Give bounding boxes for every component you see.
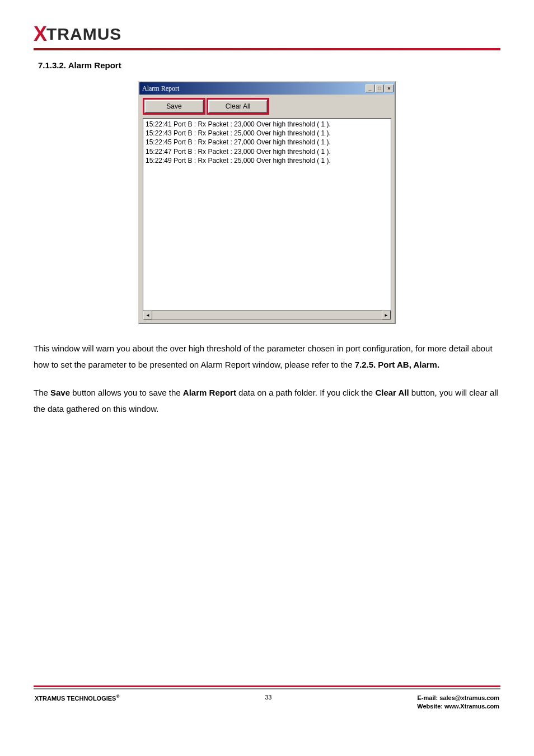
- paragraph-1: This window will warn you about the over…: [34, 341, 500, 373]
- footer-right: E-mail: sales@xtramus.com Website: www.X…: [417, 694, 499, 711]
- log-line: 15:22:49 Port B : Rx Packet : 25,000 Ove…: [146, 156, 388, 165]
- header-divider: [34, 48, 500, 50]
- text-bold: Alarm Report: [183, 388, 236, 397]
- footer-rule-red: [34, 685, 500, 687]
- clear-all-button[interactable]: Clear All: [208, 100, 268, 113]
- logo-text: TRAMUS: [46, 25, 121, 44]
- log-lines: 15:22:41 Port B : Rx Packet : 23,000 Ove…: [143, 119, 391, 310]
- footer-email: E-mail: sales@xtramus.com: [417, 694, 499, 702]
- text-bold: 7.2.5. Port AB, Alarm.: [355, 360, 439, 369]
- window-controls: _ □ ×: [366, 84, 394, 92]
- footer-company: XTRAMUS TECHNOLOGIES: [35, 695, 116, 702]
- text-bold: Clear All: [375, 388, 409, 397]
- horizontal-scrollbar[interactable]: ◄ ►: [143, 310, 391, 319]
- window-title: Alarm Report: [142, 84, 179, 93]
- highlight-save: Save: [143, 98, 205, 115]
- log-line: 15:22:43 Port B : Rx Packet : 25,000 Ove…: [146, 129, 388, 138]
- footer-website: Website: www.Xtramus.com: [417, 702, 499, 711]
- log-line: 15:22:47 Port B : Rx Packet : 23,000 Ove…: [146, 147, 388, 156]
- footer-left: XTRAMUS TECHNOLOGIES®: [35, 694, 119, 702]
- alarm-report-screenshot: Alarm Report _ □ × Save Clear All 15:22:…: [34, 81, 500, 324]
- page-number: 33: [265, 694, 271, 701]
- logo-prefix: X: [34, 22, 46, 46]
- brand-logo: XTRAMUS: [34, 22, 500, 46]
- text: The: [34, 388, 50, 397]
- text: data on a path folder. If you click the: [236, 388, 376, 397]
- scroll-right-button[interactable]: ►: [382, 311, 391, 320]
- log-content-area: 15:22:41 Port B : Rx Packet : 23,000 Ove…: [143, 118, 391, 320]
- footer: XTRAMUS TECHNOLOGIES® 33 E-mail: sales@x…: [34, 694, 500, 722]
- maximize-button[interactable]: □: [375, 84, 384, 92]
- scroll-left-button[interactable]: ◄: [143, 311, 152, 320]
- footer-rule-grey: [34, 688, 500, 689]
- highlight-clear-all: Clear All: [207, 98, 269, 115]
- save-button[interactable]: Save: [144, 100, 204, 113]
- text-bold: Save: [50, 388, 70, 397]
- toolbar: Save Clear All: [139, 95, 395, 118]
- paragraph-2: The Save button allows you to save the A…: [34, 385, 500, 417]
- text: button allows you to save the: [70, 388, 183, 397]
- registered-mark: ®: [116, 694, 119, 699]
- log-line: 15:22:41 Port B : Rx Packet : 23,000 Ove…: [146, 120, 388, 129]
- alarm-report-window: Alarm Report _ □ × Save Clear All 15:22:…: [138, 81, 396, 324]
- window-titlebar: Alarm Report _ □ ×: [139, 82, 395, 95]
- log-line: 15:22:45 Port B : Rx Packet : 27,000 Ove…: [146, 138, 388, 147]
- section-heading: 7.1.3.2. Alarm Report: [38, 60, 500, 70]
- close-button[interactable]: ×: [385, 84, 394, 92]
- minimize-button[interactable]: _: [366, 84, 374, 92]
